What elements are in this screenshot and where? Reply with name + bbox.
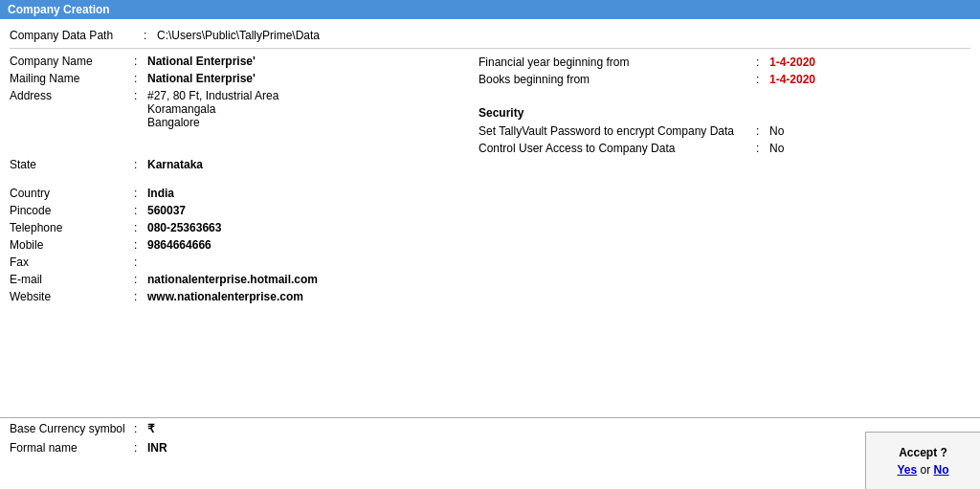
accept-title: Accept ? — [899, 446, 947, 459]
books-beginning-label: Books beginning from — [479, 73, 756, 86]
address-line1: #27, 80 Ft, Industrial Area — [147, 89, 278, 102]
state-label: State — [10, 158, 134, 171]
bottom-bar: Base Currency symbol : ₹ Formal name : I… — [0, 417, 980, 462]
base-currency-label: Base Currency symbol — [10, 422, 134, 435]
email-value: nationalenterprise.hotmail.com — [147, 273, 318, 286]
telephone-value: 080-25363663 — [147, 221, 221, 234]
website-label: Website — [10, 290, 134, 303]
user-access-value: No — [769, 142, 784, 155]
pincode-label: Pincode — [10, 204, 134, 217]
accept-panel: Accept ? Yes or No — [865, 432, 980, 489]
tally-vault-label: Set TallyVault Password to encrypt Compa… — [479, 124, 756, 138]
address-line3: Bangalore — [147, 116, 278, 129]
country-value: India — [147, 187, 174, 200]
website-value: www.nationalenterprise.com — [147, 290, 303, 303]
mobile-value: 9864664666 — [147, 238, 212, 252]
accept-options: Yes or No — [897, 463, 948, 477]
security-title: Security — [479, 106, 970, 120]
mobile-label: Mobile — [10, 238, 134, 252]
base-currency-value: ₹ — [147, 422, 155, 435]
address-line2: Koramangala — [147, 102, 278, 116]
formal-name-label: Formal name — [10, 441, 134, 455]
user-access-label: Control User Access to Company Data — [479, 142, 756, 155]
telephone-label: Telephone — [10, 221, 134, 234]
financial-year-value: 1-4-2020 — [769, 56, 815, 69]
financial-year-label: Financial year beginning from — [479, 56, 756, 69]
state-value: Karnataka — [147, 158, 203, 171]
fax-label: Fax — [10, 256, 134, 269]
mailing-name-label: Mailing Name — [10, 72, 134, 85]
accept-yes[interactable]: Yes — [897, 463, 917, 477]
mailing-name-value: National Enterprise' — [147, 72, 256, 85]
address-label: Address — [10, 89, 134, 102]
email-label: E-mail — [10, 273, 134, 286]
address-value: #27, 80 Ft, Industrial Area Koramangala … — [147, 89, 278, 129]
pincode-value: 560037 — [147, 204, 186, 217]
books-beginning-value: 1-4-2020 — [769, 73, 815, 86]
title-bar: Company Creation — [0, 0, 980, 19]
formal-name-value: INR — [147, 441, 167, 455]
title-text: Company Creation — [8, 3, 110, 16]
data-path-label: Company Data Path — [10, 29, 144, 42]
company-name-label: Company Name — [10, 55, 134, 68]
tally-vault-value: No — [769, 124, 784, 138]
accept-or: or — [921, 463, 934, 477]
company-name-value: National Enterprise' — [147, 55, 256, 68]
country-label: Country — [10, 187, 134, 200]
accept-no[interactable]: No — [934, 463, 949, 477]
data-path-value: C:\Users\Public\TallyPrime\Data — [157, 29, 320, 42]
